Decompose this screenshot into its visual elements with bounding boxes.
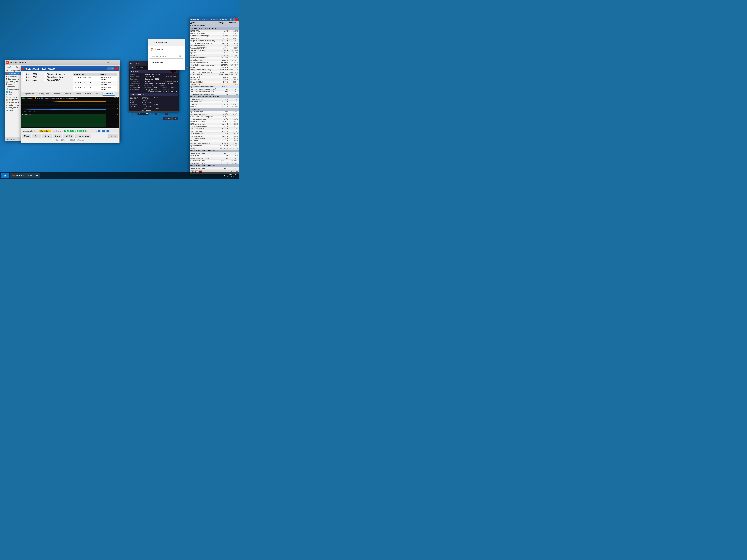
hw-row-disk1-temp: Температура диска 33 °C 32 °C (190, 152, 239, 155)
stress-col-right: Stress system memory Stress local disks … (44, 73, 68, 91)
tab-statistics[interactable]: Statistics (103, 92, 115, 96)
clear-button[interactable]: Clear (42, 134, 52, 138)
stress-memory-label[interactable]: Stress system memory (44, 73, 68, 75)
stress-gpu-label[interactable]: Stress GPU(s) (44, 79, 68, 81)
hw-row-core-soc-power: Core+SoC Потребляемая мощ... 18.737 W 17… (190, 64, 239, 66)
hw-section-cpu[interactable]: ▽ ЦП [#1]: AMD Ryzen 7 2700: В... (190, 27, 239, 30)
hw-row-edc: ЦП EDC 89.473 A 27.888 A (190, 54, 239, 57)
hw-row-cpu-power: ЦП Потребляемая мощ... 58.113 W 31.300 W (190, 61, 239, 64)
hwinfo-maximize[interactable]: □ (232, 18, 235, 21)
elapsed-label: Elapsed Time: (85, 130, 97, 132)
stability-close[interactable]: ✕ (115, 68, 118, 70)
stress-cache-text: Stress cache (26, 79, 38, 81)
params-home-item[interactable]: 🏠 Главная (148, 46, 185, 52)
hw-section-smart2[interactable]: ▽ S.M.A.R.T.: WDC WD40EFAX-68... (190, 164, 239, 167)
stress-disks-label[interactable]: Stress local disks (44, 76, 68, 78)
cpuz-max-tdp: Max TDP: 65.0 W (160, 76, 178, 78)
temp-y-max: 100°C (114, 97, 118, 99)
hw-row-cpu-temp-wmi: ЦП Температура 64.0 °C 41.0 °C (190, 111, 239, 113)
hw-row-12v: +12В Напряжение 9.973 В 9.919 В (190, 128, 239, 130)
close-button[interactable]: Close (108, 134, 118, 138)
cpuz-clocks-row3: Bus Speed 99.5 MHz Level 2 8 x 512 KByte… (130, 104, 178, 107)
params-search-box[interactable]: 🔍 (149, 54, 183, 59)
tab-cpu[interactable]: CPU (129, 66, 136, 69)
menu-file[interactable]: Файл (6, 66, 14, 69)
stress-fpu-checkbox[interactable]: ✓ (23, 76, 25, 78)
hwinfo-close[interactable]: ✕ (235, 18, 238, 21)
log-col-status: Status (100, 73, 116, 75)
hw-row-crit-tdie: ЦП (Crit/Tdie) 64.0 °C 41.5 °C (190, 30, 239, 32)
stress-cpu-checkbox[interactable]: ✓ (23, 73, 25, 75)
taskbar-aida64[interactable]: 64 AIDA64 v6.33.5700 (10, 173, 34, 178)
cpuid-button[interactable]: CPUID (63, 134, 74, 138)
cpuz-cores-value: 8 (155, 113, 157, 115)
hw-row-nb-voltage: NB Напряжение 1.063 В 1.056 В (190, 101, 239, 103)
stress-cache-checkbox[interactable] (23, 79, 25, 81)
legend-motherboard-dot (22, 98, 24, 99)
hwinfo-minimize[interactable]: ─ (230, 18, 232, 21)
stress-memory-checkbox[interactable] (44, 73, 46, 75)
tab-temperatures[interactable]: Temperatures (21, 92, 36, 96)
hw-row-soc-voltage: SoC Напряжение (SVI2 TFN) 1.181 В 1.175 … (190, 42, 239, 45)
tab-caches[interactable]: Caches (136, 66, 145, 69)
stability-maximize[interactable]: □ (111, 68, 114, 70)
hw-row-tdc-limit: ЦП TDC Limit 93.4 % 93.4 % (190, 78, 239, 81)
tab-cooling-fans[interactable]: Cooling Fans (36, 92, 51, 96)
stress-cache-label[interactable]: Stress cache (23, 79, 38, 81)
hw-row-mem-freq: Частота памяти 3,318.7 MHz 3,305.7 MHz (190, 74, 239, 76)
hw-section-asus-wmi[interactable]: ▽ ASUS WMI (190, 108, 239, 111)
hwinfo-table-header: Датчик Текущее Минимум (190, 22, 239, 24)
cpuz-package-row: Package Socket AM4 (1331) (130, 78, 178, 80)
aida64-version-status: v6.33.5700 (6, 138, 15, 140)
taskbar-item-2[interactable]: ⚙ (34, 173, 40, 178)
menu-view[interactable]: Вид (14, 66, 21, 69)
col-sensor: Датчик (190, 22, 217, 24)
ok-button[interactable]: OK (172, 117, 178, 120)
legend-hdd-dot (41, 98, 43, 99)
save-button[interactable]: Save (53, 134, 62, 138)
hwinfo-content[interactable]: ▷ Command Rate ▽ ЦП [#1]: AMD Ryzen 7 27… (190, 24, 239, 172)
cpuz-socket-select[interactable]: Socket #1 (137, 112, 149, 115)
home-icon: 🏠 (150, 48, 154, 51)
temp-chart-container: Motherboard CPU WDC WD40EFAX-68JH4N1 (WD… (22, 97, 119, 112)
params-search-input[interactable] (151, 55, 179, 57)
validate-button[interactable]: Validate (163, 117, 172, 120)
stress-disks-checkbox[interactable] (44, 76, 46, 78)
hw-row-internal-temps: Внутренние температуры 59.9 °C 36.8 °C (190, 35, 239, 37)
cpuz-clocks-row: Core Speed 3298.9 MHz L1 Data 8 x 32 KBy… (130, 96, 178, 100)
tab-unified[interactable]: Unified (93, 92, 103, 96)
hw-section-smart1[interactable]: ▽ S.M.A.R.T.: WDC WD40EFAX-68... (190, 150, 239, 152)
stress-fpu-label[interactable]: ✓ Stress FPU (23, 76, 38, 78)
cpuz-codename-row: Code Name Pinnacle Ridge Max TDP: 65.0 W (130, 76, 178, 78)
hw-row-nb-current: NB Ток 25.412 A 23.294 A (190, 105, 239, 108)
aida64-close[interactable]: ✕ (115, 61, 119, 64)
hw-section-asus-rog[interactable]: ▽ ASUS ROG STRIX B450-F GAMIN... (190, 96, 239, 98)
hw-row-soc-current: Ток SoC (SVI2 TFN) 15.869 A 14.894 A (190, 49, 239, 52)
params-home-label: Главная (155, 48, 163, 50)
stress-cpu-label[interactable]: ✓ Stress CPU (23, 73, 38, 75)
log-row-3: 15.04.2024 12:10:34 Stability Test: Star… (73, 86, 117, 91)
stop-button[interactable]: Stop (32, 134, 41, 138)
tab-currents[interactable]: Currents (62, 92, 73, 96)
preferences-button[interactable]: Preferences (75, 134, 91, 138)
svg-marker-6 (22, 114, 105, 127)
cpuz-selection-row: Selection Socket #1 Cores 8 Threads 16 (130, 112, 178, 115)
params-back-button[interactable]: ← (150, 41, 153, 45)
hw-row-vdd-current: VDD Ток 51.529 A 4.941 A (190, 103, 239, 105)
start-button[interactable]: Start (22, 134, 31, 138)
log-row-1: 15.04.2024 12:10:23 Stability Test: Star… (73, 76, 117, 81)
cpuz-instructions-row: Instructions MMX(+), SSE, SSE2, SSE3, SS… (130, 89, 178, 92)
stability-minimize[interactable]: ─ (107, 68, 111, 70)
tab-voltages[interactable]: Voltages (51, 92, 62, 96)
hw-row-disk1-fail: Сбой диска Нет Нет (190, 155, 239, 157)
tab-clocks[interactable]: Clocks (83, 92, 93, 96)
stability-controls: ─ □ ✕ (107, 68, 118, 70)
start-button-taskbar[interactable]: ⊞ (1, 173, 9, 178)
tab-powers[interactable]: Powers (73, 92, 83, 96)
aida64-maximize[interactable]: □ (110, 61, 115, 64)
stress-gpu-checkbox[interactable] (44, 79, 46, 81)
aida64-minimize[interactable]: ─ (106, 61, 110, 64)
hw-section-command-rate[interactable]: ▷ Command Rate (190, 24, 239, 27)
taskbar-tray-icons: ▲ (224, 175, 225, 177)
tab-about[interactable]: About (189, 66, 197, 69)
